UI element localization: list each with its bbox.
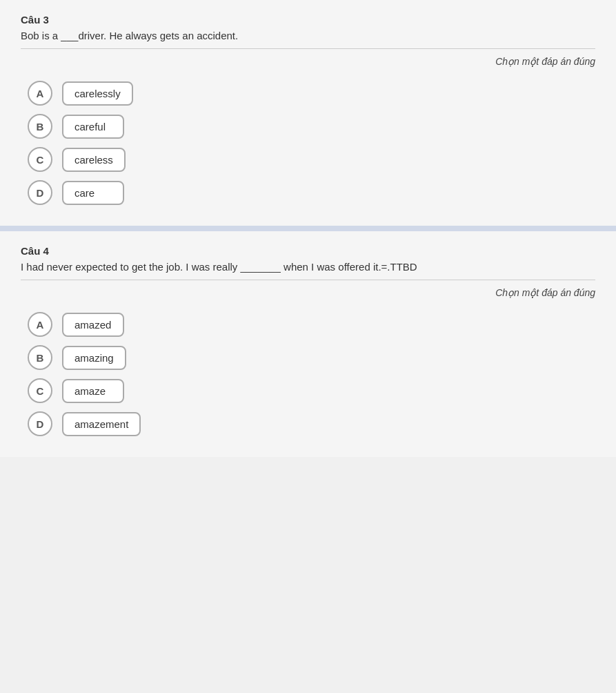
option-3-a[interactable]: A carelessly (28, 81, 595, 106)
question-3-text: Bob is a ___driver. He always gets an ac… (21, 30, 595, 41)
question-3-block: Câu 3 Bob is a ___driver. He always gets… (0, 0, 616, 226)
option-4-c-box: amaze (62, 379, 124, 403)
question-3-options: A carelessly B careful C careless D care (21, 81, 595, 205)
option-4-a[interactable]: A amazed (28, 312, 595, 337)
option-4-b-box: amazing (62, 346, 126, 370)
question-3-instruction: Chọn một đáp án đúng (21, 56, 595, 67)
option-4-a-box: amazed (62, 313, 124, 337)
option-3-c-box: careless (62, 148, 126, 172)
question-4-block: Câu 4 I had never expected to get the jo… (0, 226, 616, 457)
option-3-d-box: care (62, 181, 124, 205)
option-4-d-box: amazement (62, 412, 141, 436)
option-3-d-circle: D (28, 180, 52, 205)
option-4-d-circle: D (28, 411, 52, 436)
option-4-a-circle: A (28, 312, 52, 337)
option-4-d[interactable]: D amazement (28, 411, 595, 436)
option-3-c[interactable]: C careless (28, 147, 595, 172)
option-3-c-circle: C (28, 147, 52, 172)
option-4-c[interactable]: C amaze (28, 378, 595, 403)
option-3-b[interactable]: B careful (28, 114, 595, 139)
question-4-title: Câu 4 (21, 245, 595, 257)
question-3-title: Câu 3 (21, 14, 595, 26)
option-4-b[interactable]: B amazing (28, 345, 595, 370)
divider-q4 (21, 280, 595, 280)
question-4-options: A amazed B amazing C amaze D amazement (21, 312, 595, 436)
divider-q3 (21, 48, 595, 49)
option-3-d[interactable]: D care (28, 180, 595, 205)
option-3-a-circle: A (28, 81, 52, 106)
question-4-instruction: Chọn một đáp án đúng (21, 287, 595, 298)
option-4-b-circle: B (28, 345, 52, 370)
option-3-b-circle: B (28, 114, 52, 139)
question-4-text: I had never expected to get the job. I w… (21, 261, 595, 273)
option-3-b-box: careful (62, 115, 124, 139)
option-3-a-box: carelessly (62, 81, 133, 106)
option-4-c-circle: C (28, 378, 52, 403)
